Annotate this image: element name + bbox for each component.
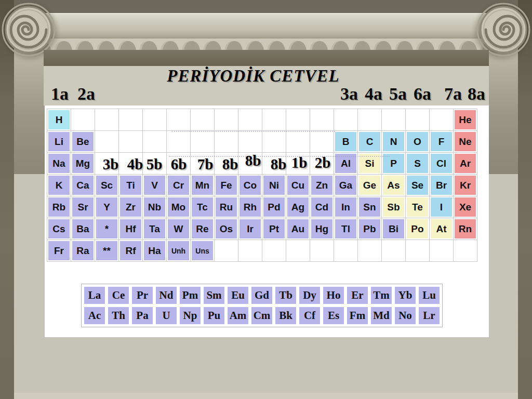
element-cell-Ge: Ge <box>358 175 381 196</box>
empty-cell <box>262 240 286 261</box>
empty-cell <box>262 109 286 130</box>
element-cell-Ce: Ce <box>108 287 129 304</box>
element-symbol: Sb <box>383 197 404 217</box>
element-cell-At: At <box>430 218 453 240</box>
element-symbol: Li <box>48 132 70 151</box>
empty-cell <box>215 240 238 261</box>
element-cell-Li: Li <box>47 131 71 152</box>
element-cell-Kr: Kr <box>454 175 477 196</box>
element-symbol: Nb <box>144 197 165 217</box>
element-cell-Rh: Rh <box>238 196 262 218</box>
element-cell-Zn: Zn <box>310 175 334 196</box>
element-cell-He: He <box>454 109 477 130</box>
element-symbol: K <box>48 176 70 195</box>
left-edge-strip <box>0 0 14 399</box>
element-cell-W: W <box>167 218 190 240</box>
element-cell-As: As <box>382 175 405 196</box>
element-symbol: Uns <box>192 241 213 260</box>
element-symbol: At <box>431 219 452 238</box>
element-symbol: Sc <box>96 176 117 195</box>
element-cell-Pt: Pt <box>262 218 286 240</box>
element-symbol: Xe <box>455 197 476 217</box>
element-symbol: Zn <box>311 176 332 195</box>
element-cell-Cd: Cd <box>310 196 334 218</box>
element-cell-Nb: Nb <box>143 196 166 218</box>
element-symbol: Hf <box>120 219 141 238</box>
element-cell-S: S <box>406 153 429 174</box>
element-symbol: ** <box>96 241 117 260</box>
element-symbol: Be <box>72 132 94 151</box>
group-label-6a: 6a <box>414 84 431 104</box>
element-symbol: Ta <box>144 219 165 238</box>
element-symbol: Mg <box>72 154 94 173</box>
empty-cell <box>95 109 118 130</box>
element-cell-Mn: Mn <box>191 175 214 196</box>
element-symbol: O <box>407 132 428 151</box>
element-cell-Tm: Tm <box>371 287 392 304</box>
element-cell-Zr: Zr <box>119 196 142 218</box>
element-cell-F: F <box>430 131 453 152</box>
element-cell-Sr: Sr <box>71 196 95 218</box>
element-cell-Sb: Sb <box>382 196 405 218</box>
element-symbol: H <box>48 110 70 129</box>
element-cell-O: O <box>406 131 429 152</box>
element-symbol: Rh <box>240 197 261 217</box>
element-symbol: In <box>335 197 356 217</box>
element-cell-Rn: Rn <box>454 218 477 240</box>
element-cell-Hg: Hg <box>310 218 334 240</box>
element-cell-Ru: Ru <box>215 196 238 218</box>
element-symbol: Fe <box>216 176 237 195</box>
element-cell-B: B <box>334 131 357 152</box>
element-cell-star: * <box>95 218 118 240</box>
element-cell-Sc: Sc <box>95 175 118 196</box>
group-label-1a: 1a <box>51 84 69 104</box>
element-cell-No: No <box>395 307 416 324</box>
element-cell-Cu: Cu <box>286 175 310 196</box>
empty-cell <box>334 109 357 130</box>
element-cell-Cs: Cs <box>47 218 71 240</box>
empty-cell <box>286 109 310 130</box>
empty-cell <box>382 240 405 261</box>
empty-cell <box>95 131 118 152</box>
element-cell-Ir: Ir <box>238 218 262 240</box>
element-symbol: Cr <box>168 176 189 195</box>
element-cell-Br: Br <box>430 175 453 196</box>
empty-cell <box>406 109 429 130</box>
group-label-8a: 8a <box>468 84 485 104</box>
empty-cell <box>119 109 142 130</box>
element-symbol: Y <box>96 197 117 217</box>
element-symbol: Na <box>48 154 70 173</box>
empty-cell <box>406 240 429 261</box>
element-cell-Lu: Lu <box>419 287 440 304</box>
element-cell-Pd: Pd <box>262 196 286 218</box>
element-symbol: Rb <box>48 197 70 217</box>
element-symbol: Zr <box>120 197 141 217</box>
empty-cell <box>238 131 262 152</box>
element-cell-Yb: Yb <box>395 287 416 304</box>
empty-cell <box>143 109 166 130</box>
empty-cell <box>310 240 334 261</box>
element-cell-Ac: Ac <box>84 307 105 324</box>
element-symbol: Ra <box>72 241 94 260</box>
element-symbol: Hg <box>311 219 332 238</box>
empty-cell <box>382 109 405 130</box>
element-cell-Au: Au <box>286 218 310 240</box>
element-symbol: Ar <box>455 154 476 173</box>
element-symbol: N <box>383 132 404 151</box>
element-cell-Uns: Uns <box>191 240 214 261</box>
element-symbol: Cl <box>431 154 452 173</box>
empty-cell <box>286 131 310 152</box>
element-symbol: Ga <box>335 176 356 195</box>
element-cell-H: H <box>47 109 71 130</box>
element-cell-Fm: Fm <box>347 307 368 324</box>
empty-cell <box>238 109 262 130</box>
element-cell-Np: Np <box>180 307 201 324</box>
element-cell-Ho: Ho <box>323 287 344 304</box>
element-symbol: Rn <box>455 219 476 238</box>
empty-cell <box>430 240 453 261</box>
element-symbol: Bi <box>383 219 404 238</box>
element-cell-In: In <box>334 196 357 218</box>
element-cell-Pb: Pb <box>358 218 381 240</box>
element-symbol: Ru <box>216 197 237 217</box>
element-cell-Ar: Ar <box>454 153 477 174</box>
